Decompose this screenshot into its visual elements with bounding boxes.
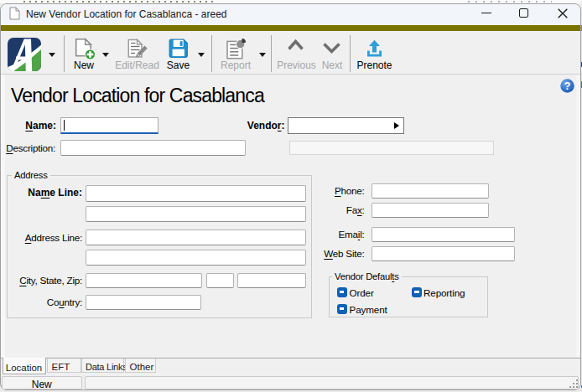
svg-text:?: ? xyxy=(564,80,571,92)
